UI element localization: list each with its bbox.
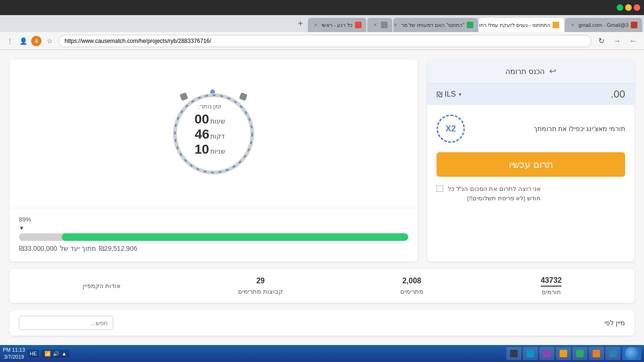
donation-header: ↩ הכנס תרומה bbox=[427, 59, 635, 83]
title-bar bbox=[0, 0, 644, 15]
amount-row: ₪ ILS ▼ .00 bbox=[427, 83, 635, 105]
monthly-line1: אני רוצה לתרום את הסכום הנ"ל כל bbox=[448, 184, 541, 194]
monthly-checkbox[interactable] bbox=[437, 185, 443, 192]
filter-label: מיין לפי bbox=[604, 319, 625, 327]
clock-date: 3/7/2019 bbox=[3, 354, 25, 361]
tab-causematch[interactable]: התתחנני - נענים לזעקת עמלי רחו ✕ bbox=[479, 18, 564, 32]
new-tab-button[interactable]: + bbox=[294, 17, 307, 30]
goal-amount: ₪33,000,000 bbox=[19, 245, 57, 252]
timer-section: זמן נותר: שעות 00 דקות 46 שניות bbox=[9, 59, 418, 208]
minimize-button[interactable] bbox=[625, 4, 632, 11]
address-right-icons: ☆ 4 👤 ⋮ bbox=[5, 36, 55, 46]
taskbar: ▲ 🔊 📶 HE 11:13 PM 3/7/2019 bbox=[0, 345, 644, 362]
filter-row: מיין לפי bbox=[9, 310, 635, 336]
timer-seconds-row: שניות 10 bbox=[194, 142, 225, 157]
tab-kol-rega-label: כל רגע - ראשי bbox=[322, 22, 353, 28]
gmail-favicon bbox=[631, 22, 637, 28]
start-button[interactable] bbox=[622, 347, 641, 360]
stat-groups: 29 קבוצות מתרימים bbox=[238, 277, 283, 295]
p-app-icon bbox=[510, 350, 518, 357]
refresh-button[interactable]: ↻ bbox=[595, 35, 607, 47]
stat-donors: 43732 תורמים bbox=[541, 276, 562, 296]
donation-header-label: הכנס תרומה bbox=[505, 67, 545, 76]
clock-time: 11:13 PM bbox=[3, 346, 25, 354]
timer-seconds-unit: שניות bbox=[210, 148, 225, 155]
firefox-icon bbox=[593, 350, 600, 357]
page-content: ↩ הכנס תרומה ₪ ILS ▼ .00 תורמי מאצ'ינג י… bbox=[0, 50, 644, 345]
system-clock: 11:13 PM 3/7/2019 bbox=[3, 346, 25, 361]
profile-icon[interactable]: 👤 bbox=[18, 36, 28, 46]
menu-icon[interactable]: ⋮ bbox=[5, 36, 15, 46]
stat-contributors: 2,008 מתרימים bbox=[400, 277, 423, 295]
taskbar-app-skype[interactable] bbox=[523, 347, 538, 360]
monthly-row: אני רוצה לתרום את הסכום הנ"ל כל חודש (לא… bbox=[437, 184, 625, 203]
donors-label: תורמים bbox=[542, 288, 561, 296]
timer-hours-unit: שעות bbox=[210, 117, 225, 125]
currency-code: ILS bbox=[445, 90, 456, 99]
x2-label: X2 bbox=[446, 124, 456, 134]
contributors-label: מתרימים bbox=[400, 288, 423, 295]
taskbar-app-explorer[interactable] bbox=[556, 347, 571, 360]
taskbar-app-firefox[interactable] bbox=[589, 347, 604, 360]
ie-icon bbox=[609, 350, 617, 357]
tab-causematch-label: התתחנני - נענים לזעקת עמלי רחו bbox=[479, 22, 550, 28]
tab-unknown[interactable]: ✕ bbox=[367, 18, 392, 32]
matching-row: תורמי מאצ'ינג יכפילו את תרומתך X2 bbox=[437, 115, 625, 143]
currency-symbol: ₪ bbox=[437, 90, 443, 99]
matching-text: תורמי מאצ'ינג יכפילו את תרומתך bbox=[534, 125, 625, 132]
maximize-button[interactable] bbox=[617, 4, 623, 11]
tab-close-gmail[interactable]: ✕ bbox=[570, 22, 576, 28]
taskbar-app-ie[interactable] bbox=[605, 347, 620, 360]
tab-close-unknown[interactable]: ✕ bbox=[372, 22, 379, 28]
title-bar-controls bbox=[617, 4, 640, 11]
tab-kol-rega[interactable]: כל רגע - ראשי ✕ bbox=[308, 18, 366, 32]
url-input[interactable] bbox=[58, 35, 591, 47]
progress-arrow-icon: ▼ bbox=[19, 225, 408, 231]
browser-frame: 3@gmail.com - Gmail ✕ התתחנני - נענים לז… bbox=[0, 0, 644, 362]
current-amount: ₪29,512,906 bbox=[99, 245, 137, 252]
bookmark-icon[interactable]: ☆ bbox=[44, 36, 55, 46]
kol-rega-favicon bbox=[355, 22, 362, 28]
progress-amounts: ₪29,512,906 מתוך יעד של ₪33,000,000 bbox=[19, 245, 408, 252]
forward-button[interactable]: → bbox=[611, 35, 623, 47]
cart-icon[interactable]: 4 bbox=[31, 36, 41, 46]
close-button[interactable] bbox=[634, 4, 640, 11]
taskbar-right: ▲ 🔊 📶 HE 11:13 PM 3/7/2019 bbox=[3, 346, 69, 361]
tab-bar: 3@gmail.com - Gmail ✕ התתחנני - נענים לז… bbox=[0, 15, 644, 32]
tray-speaker-icon: 🔊 bbox=[53, 351, 59, 357]
unknown-favicon bbox=[381, 22, 388, 28]
timer-label: זמן נותר: bbox=[198, 103, 222, 110]
nox-icon bbox=[543, 350, 551, 357]
campaign-label: אודות הקמפיין bbox=[83, 282, 121, 289]
donate-btn-label: תרום עכשיו bbox=[509, 159, 553, 170]
progress-percent-label: 89% bbox=[19, 216, 408, 223]
taskbar-app-nox[interactable] bbox=[539, 347, 554, 360]
explorer-icon bbox=[560, 350, 567, 357]
progress-bar-bg bbox=[19, 233, 408, 241]
back-button[interactable]: ← bbox=[627, 35, 639, 47]
timer-seconds-value: 10 bbox=[194, 142, 209, 157]
taskbar-app-p[interactable] bbox=[506, 347, 521, 360]
campaign2-favicon bbox=[467, 22, 473, 28]
tab-campaign2-label: "התחנני".האם דמעותיו של מר bbox=[401, 22, 464, 28]
tab-campaign2[interactable]: "התחנני".האם דמעותיו של מר ✕ bbox=[393, 18, 478, 32]
tab-gmail[interactable]: 3@gmail.com - Gmail ✕ bbox=[565, 18, 642, 32]
progress-section: 89% ▼ ₪29,512,906 מתוך יעד של ₪33,000,00… bbox=[9, 208, 418, 262]
lang-indicator: HE bbox=[28, 350, 39, 357]
currency-dropdown-arrow-icon: ▼ bbox=[458, 92, 462, 97]
currency-selector[interactable]: ₪ ILS ▼ bbox=[437, 90, 462, 99]
donate-now-button[interactable]: תרום עכשיו bbox=[437, 152, 625, 177]
sys-tray: ▲ 🔊 📶 bbox=[41, 350, 69, 358]
timer-minutes-unit: דקות bbox=[210, 132, 225, 140]
main-row: ↩ הכנס תרומה ₪ ILS ▼ .00 תורמי מאצ'ינג י… bbox=[9, 59, 635, 262]
contributors-value: 2,008 bbox=[402, 277, 421, 286]
chrome-icon bbox=[576, 350, 584, 357]
tab-close-campaign2[interactable]: ✕ bbox=[393, 22, 399, 28]
timer-inner: זמן נותר: שעות 00 דקות 46 שניות bbox=[171, 91, 248, 169]
donation-body: תורמי מאצ'ינג יכפילו את תרומתך X2 תרום ע… bbox=[427, 105, 635, 262]
stat-campaign[interactable]: אודות הקמפיין bbox=[83, 282, 121, 289]
taskbar-app-chrome[interactable] bbox=[572, 347, 587, 360]
search-input[interactable] bbox=[19, 316, 113, 330]
back-arrow-icon: ↩ bbox=[549, 66, 556, 76]
tab-close-kol-rega[interactable]: ✕ bbox=[313, 22, 319, 28]
